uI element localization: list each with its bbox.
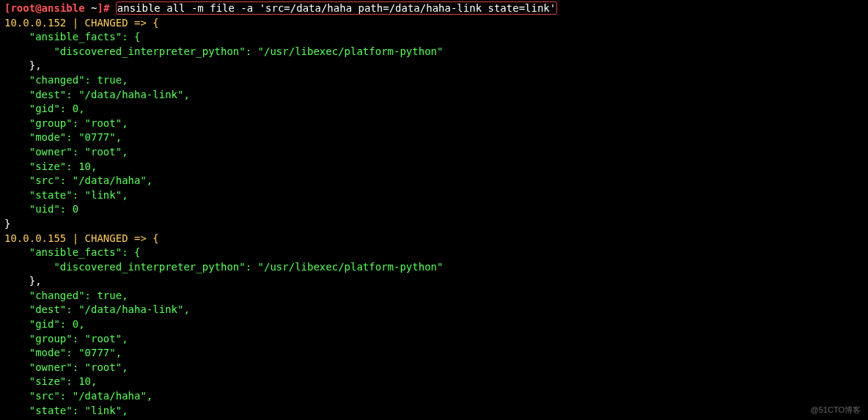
output-line: "state": "link", [4,189,128,201]
output-line: "dest": "/data/haha-link", [4,89,190,100]
output-line: "group": "root", [4,117,128,129]
prompt-close-bracket: ] [97,2,103,14]
output-line: "owner": "root", [4,361,128,373]
watermark: @51CTO博客 [811,405,861,416]
output-line: "group": "root", [4,333,128,345]
output-line: "discovered_interpreter_python": "/usr/l… [4,261,443,273]
terminal-output[interactable]: [root@ansible ~]# ansible all -m file -a… [0,0,868,419]
output-line: "src": "/data/haha", [4,174,152,186]
output-line: "discovered_interpreter_python": "/usr/l… [4,45,443,57]
output-line: "mode": "0777", [4,131,122,143]
prompt-host: ansible [42,2,85,14]
output-line: "mode": "0777", [4,347,122,358]
output-line: }, [4,59,42,71]
prompt-sep [85,2,91,14]
output-line: "changed": true, [4,74,128,86]
host-header-2: 10.0.0.155 | CHANGED => { [4,232,159,244]
output-line: "size": 10, [4,161,97,172]
output-line: "src": "/data/haha", [4,390,152,402]
output-line: "ansible_facts": { [4,246,140,258]
output-line: "owner": "root", [4,146,128,158]
output-line: }, [4,275,42,287]
output-line: "changed": true, [4,290,128,301]
output-line: "gid": 0, [4,103,85,114]
output-line: } [4,218,10,229]
prompt-hash: # [103,2,116,14]
prompt-user: root [10,2,35,14]
output-line: "uid": 0 [4,203,78,215]
output-line: "size": 10, [4,375,97,387]
command-highlight-box: ansible all -m file -a 'src=/data/haha p… [116,1,557,15]
output-line: "dest": "/data/haha-link", [4,303,190,315]
output-line: "gid": 0, [4,318,85,330]
output-line: "state": "link", [4,405,128,416]
host-header-1: 10.0.0.152 | CHANGED => { [4,17,159,29]
output-line: "ansible_facts": { [4,31,140,43]
prompt-at: @ [35,2,41,14]
